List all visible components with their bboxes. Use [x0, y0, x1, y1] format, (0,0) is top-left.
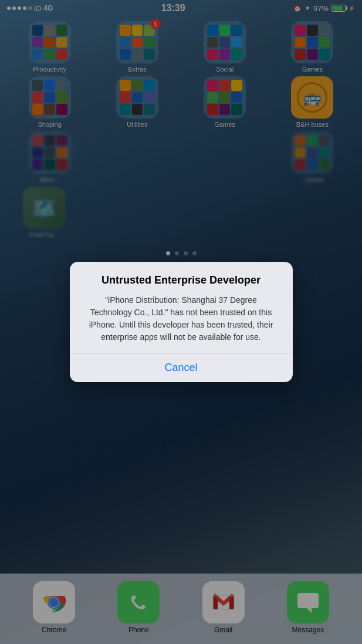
dialog-message: "iPhone Distribution: Shanghai 37 Degree…	[84, 294, 279, 343]
dialog-content: Untrusted Enterprise Developer "iPhone D…	[70, 262, 293, 353]
alert-dialog: Untrusted Enterprise Developer "iPhone D…	[70, 262, 293, 382]
dialog-overlay[interactable]: Untrusted Enterprise Developer "iPhone D…	[0, 0, 362, 644]
cancel-button[interactable]: Cancel	[70, 353, 293, 382]
dialog-title: Untrusted Enterprise Developer	[84, 274, 279, 287]
dialog-actions: Cancel	[70, 353, 293, 382]
